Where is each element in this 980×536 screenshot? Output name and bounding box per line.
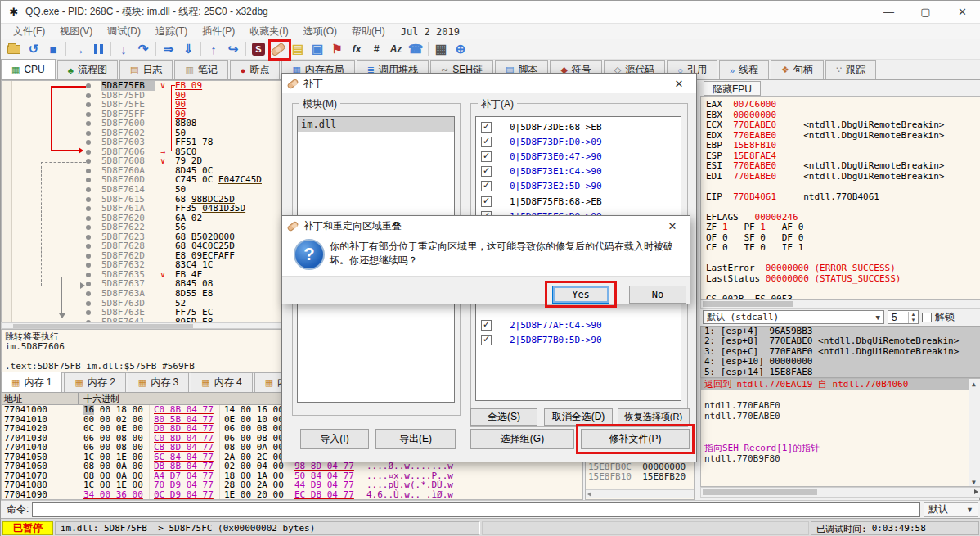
registers-pane[interactable]: EAX 007C6000EBX 00000000ECX 770EABE0 <nt…: [700, 97, 980, 300]
breakpoint-dot[interactable]: [86, 169, 91, 173]
run-to-user-code-icon[interactable]: ⇓: [178, 40, 198, 58]
memory-row[interactable]: 770410801C 00 1E 0070 D9 04 7728 00 2A 0…: [2, 480, 582, 490]
step-into-icon[interactable]: ↓: [114, 40, 133, 58]
select-all-button[interactable]: 全选(S): [470, 408, 537, 426]
menu-追踪(T)[interactable]: 追踪(T): [148, 24, 195, 38]
tab-CPU[interactable]: ▦CPU: [1, 59, 56, 79]
breakpoint-dot[interactable]: [86, 235, 91, 240]
breakpoint-dot[interactable]: [86, 263, 91, 268]
calculator-icon[interactable]: ▦: [431, 40, 451, 58]
breakpoint-dot[interactable]: [86, 140, 91, 145]
unlock-checkbox[interactable]: [922, 313, 932, 322]
tab-流程图[interactable]: ♣流程图: [57, 60, 118, 79]
restart-icon[interactable]: ↺: [24, 40, 43, 58]
breakpoint-dot[interactable]: [86, 178, 91, 182]
breakpoint-dot[interactable]: [86, 282, 91, 286]
breakpoint-dot[interactable]: [86, 301, 91, 306]
breakpoint-dot[interactable]: [86, 121, 91, 126]
warning-dialog-titlebar[interactable]: 补丁和重定向区域重叠 ✕: [282, 216, 690, 236]
breakpoint-dot[interactable]: [86, 150, 91, 155]
breakpoint-dot[interactable]: [86, 216, 91, 221]
restore-selection-button[interactable]: 恢复选择项(R): [618, 408, 690, 426]
breakpoint-dot[interactable]: [86, 102, 91, 107]
stack-horizontal-scrollbar[interactable]: [586, 489, 694, 498]
run-until-user-icon[interactable]: ↪: [223, 40, 243, 58]
stop-icon[interactable]: ■: [43, 40, 63, 58]
info-horizontal-scrollbar[interactable]: [700, 487, 980, 498]
pick-groups-button[interactable]: 选择组(G): [470, 429, 574, 449]
registers-horizontal-scrollbar[interactable]: [700, 300, 980, 309]
bookmark-icon[interactable]: ⚑: [327, 40, 347, 58]
breakpoint-dot[interactable]: [86, 197, 91, 202]
patch-list-item[interactable]: 0|5D8F73E0:47->90: [476, 149, 681, 164]
stack-row[interactable]: 15E8FB10 15E8FB20: [588, 472, 686, 482]
deselect-all-button[interactable]: 取消全选(D): [544, 408, 613, 426]
patch-list-item[interactable]: 2|5D8F77AF:C4->90: [476, 318, 681, 332]
function-icon[interactable]: fx: [347, 40, 366, 58]
memory-tab-3[interactable]: ▦内存 3: [128, 372, 189, 392]
memory-tab-2[interactable]: ▦内存 2: [64, 372, 125, 392]
breakpoint-dot[interactable]: [86, 225, 91, 230]
attach-icon[interactable]: ☎: [406, 40, 425, 58]
strings-icon[interactable]: S: [249, 40, 268, 58]
breakpoint-dot[interactable]: [86, 206, 91, 211]
tab-线程[interactable]: »线程: [719, 60, 769, 79]
patch-list-item[interactable]: 1|5D8F75FB:68->EB: [476, 194, 681, 209]
tab-断点[interactable]: ●断点: [230, 60, 281, 79]
warning-dialog-close-icon[interactable]: ✕: [660, 220, 685, 232]
menu-选项(O)[interactable]: 选项(O): [296, 24, 344, 38]
step-out-icon[interactable]: ↑: [204, 40, 223, 58]
globe-icon[interactable]: ⊕: [451, 40, 470, 58]
yes-button[interactable]: Yes: [552, 286, 609, 304]
minimize-button[interactable]: —: [870, 1, 907, 24]
patch-checkbox[interactable]: [481, 181, 492, 191]
menu-视图(V)[interactable]: 视图(V): [52, 24, 100, 38]
tab-句柄[interactable]: ❖句柄: [771, 60, 824, 79]
step-over-icon[interactable]: ↷: [133, 40, 153, 58]
stack-info-pane[interactable]: 返回到 ntdll.770EAC19 自 ntdll.770B4060ntdll…: [700, 378, 980, 487]
patch-checkbox[interactable]: [481, 335, 492, 345]
breakpoint-dot[interactable]: [86, 187, 91, 192]
menu-调试(D)[interactable]: 调试(D): [100, 24, 148, 38]
run-icon[interactable]: →: [69, 40, 88, 58]
maximize-button[interactable]: ▢: [907, 1, 944, 24]
command-profile-select[interactable]: 默认 ▼: [924, 502, 978, 517]
patch-list-item[interactable]: 0|5D8F73DE:68->EB: [476, 119, 681, 134]
patch-checkbox[interactable]: [481, 166, 492, 177]
breakpoint-dot[interactable]: [86, 112, 91, 117]
import-button[interactable]: 导入(I): [300, 429, 369, 449]
breakpoint-dot[interactable]: [86, 273, 91, 277]
command-input[interactable]: [32, 502, 920, 517]
patch-dialog-titlebar[interactable]: 补丁 ✕: [282, 74, 696, 93]
hide-fpu-button[interactable]: 隐藏FPU: [704, 81, 761, 96]
az-icon[interactable]: Az: [386, 40, 406, 58]
tab-日志[interactable]: ▤日志: [119, 60, 173, 79]
close-button[interactable]: ✕: [944, 1, 980, 24]
patch-icon[interactable]: [268, 40, 288, 58]
patch-list-item[interactable]: 0|5D8F73DF:D0->09: [476, 134, 681, 149]
hash-icon[interactable]: #: [366, 40, 386, 58]
memory-row[interactable]: 7704106008 00 0A 00D8 8B 04 7702 00 04 0…: [2, 462, 582, 471]
patch-list-item[interactable]: 0|5D8F73E2:5D->90: [476, 179, 681, 194]
patch-list-item[interactable]: 2|5D8F77B0:5D->90: [476, 332, 681, 347]
export-button[interactable]: 导出(E): [375, 429, 456, 449]
tab-跟踪[interactable]: ∵跟踪: [825, 60, 876, 79]
memory-row[interactable]: 7704109034 00 36 000C D9 04 771E 00 20 0…: [2, 490, 582, 500]
execute-till-return-icon[interactable]: ⇒: [159, 40, 178, 58]
module-list-item[interactable]: im.dll: [298, 117, 454, 132]
patch-checkbox[interactable]: [481, 196, 492, 207]
breakpoint-dot[interactable]: [86, 131, 91, 136]
breakpoint-dot[interactable]: [86, 83, 91, 88]
label-icon[interactable]: ▣: [308, 40, 327, 58]
memory-tab-1[interactable]: ▦内存 1: [1, 372, 62, 392]
breakpoint-dot[interactable]: [86, 244, 91, 249]
patch-checkbox[interactable]: [481, 137, 492, 147]
breakpoint-dot[interactable]: [86, 93, 91, 98]
arguments-pane[interactable]: 1: [esp+4] 96A59BB32: [esp+8] 770EABE0 <…: [700, 326, 980, 378]
patch-checkbox[interactable]: [481, 320, 492, 331]
patch-checkbox[interactable]: [481, 151, 492, 162]
menu-文件(F)[interactable]: 文件(F): [6, 24, 52, 38]
patch-checkbox[interactable]: [481, 122, 492, 133]
breakpoint-dot[interactable]: [86, 254, 91, 259]
patch-file-button[interactable]: 修补文件(P): [581, 429, 690, 449]
